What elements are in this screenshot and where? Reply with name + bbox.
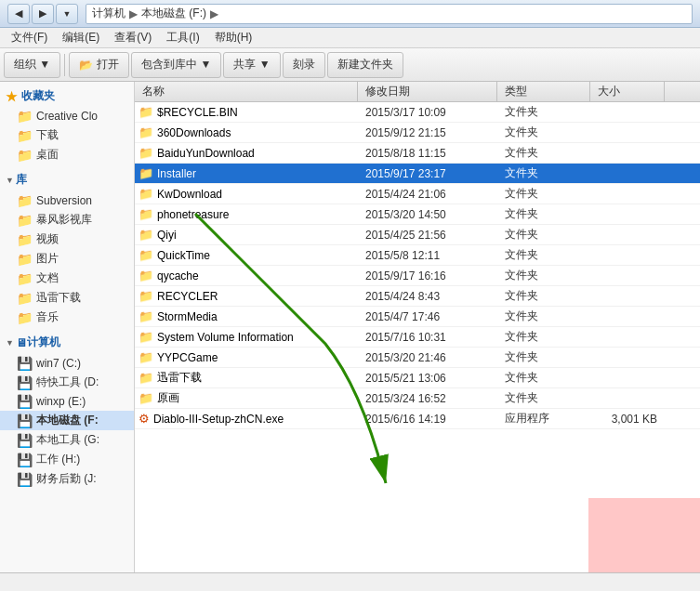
sidebar-item-winxp[interactable]: 💾 winxp (E:) — [0, 392, 134, 411]
sidebar-item-downloads[interactable]: 📁 下载 — [0, 125, 134, 145]
folder-icon: 📁 — [17, 128, 33, 143]
file-type-icon: 📁 — [139, 105, 153, 119]
col-header-type[interactable]: 类型 — [497, 82, 590, 101]
favorites-star-icon: ★ — [6, 89, 18, 104]
sidebar-item-subversion[interactable]: 📁 Subversion — [0, 191, 134, 210]
folder-icon: 📁 — [17, 193, 33, 208]
menu-file[interactable]: 文件(F) — [4, 28, 55, 47]
table-row[interactable]: 📁 System Volume Information 2015/7/16 10… — [135, 327, 700, 348]
file-name: KwDownload — [157, 188, 222, 201]
file-type-label: 文件夹 — [497, 390, 590, 406]
separator1: ▶ — [129, 7, 138, 20]
menu-tools[interactable]: 工具(I) — [159, 28, 206, 47]
file-type-label: 文件夹 — [497, 125, 590, 140]
table-row[interactable]: 📁 迅雷下载 2015/5/21 13:06 文件夹 — [135, 368, 700, 388]
drive-icon: 💾 — [17, 414, 33, 428]
table-row[interactable]: 📁 phonetreasure 2015/3/20 14:50 文件夹 — [135, 204, 700, 225]
forward-button[interactable]: ▶ — [32, 4, 54, 24]
table-row[interactable]: 📁 360Downloads 2015/9/12 21:15 文件夹 — [135, 123, 700, 143]
file-date: 2015/6/16 14:19 — [358, 413, 497, 426]
organize-label: 组织 ▼ — [14, 57, 50, 72]
file-type-icon: 📁 — [139, 330, 153, 344]
sidebar-item-finance-j[interactable]: 💾 财务后勤 (J: — [0, 469, 134, 489]
table-row[interactable]: 📁 KwDownload 2015/4/24 21:06 文件夹 — [135, 184, 700, 204]
table-row[interactable]: 📁 原画 2015/3/24 16:52 文件夹 — [135, 388, 700, 409]
sidebar-item-pictures[interactable]: 📁 图片 — [0, 249, 134, 269]
col-header-size[interactable]: 大小 — [590, 82, 665, 101]
sidebar-item-xunlei[interactable]: 📁 迅雷下载 — [0, 288, 134, 308]
file-name: 迅雷下载 — [157, 370, 202, 386]
file-name-cell: 📁 $RECYCLE.BIN — [135, 105, 358, 119]
address-path-computer: 计算机 — [92, 6, 125, 21]
table-row[interactable]: 📁 Installer 2015/9/17 23:17 文件夹 — [135, 164, 700, 184]
file-name-cell: 📁 Qiyi — [135, 228, 358, 242]
folder-icon: 📁 — [17, 232, 33, 247]
table-row[interactable]: 📁 BaiduYunDownload 2015/8/18 11:15 文件夹 — [135, 143, 700, 164]
file-type-icon: 📁 — [139, 166, 153, 180]
file-name-cell: 📁 System Volume Information — [135, 330, 358, 344]
file-name-cell: 📁 QuickTime — [135, 248, 358, 262]
address-bar[interactable]: 计算机 ▶ 本地磁盘 (F:) ▶ — [86, 4, 693, 24]
table-row[interactable]: 📁 StormMedia 2015/4/7 17:46 文件夹 — [135, 307, 700, 327]
sidebar-item-video[interactable]: 📁 视频 — [0, 230, 134, 249]
share-label: 共享 ▼ — [233, 57, 270, 72]
open-button[interactable]: 📂 打开 — [69, 52, 129, 78]
open-label: 打开 — [97, 57, 119, 72]
file-type-icon: 📁 — [139, 207, 153, 221]
table-row[interactable]: 📁 QuickTime 2015/5/8 12:11 文件夹 — [135, 245, 700, 266]
file-name-cell: 📁 360Downloads — [135, 125, 358, 139]
sidebar-item-docs[interactable]: 📁 文档 — [0, 269, 134, 288]
sidebar-item-win7[interactable]: 💾 win7 (C:) — [0, 354, 134, 373]
table-row[interactable]: 📁 Qiyi 2015/4/25 21:56 文件夹 — [135, 225, 700, 245]
file-date: 2015/3/17 10:09 — [358, 106, 497, 119]
favorites-header[interactable]: ★ 收藏夹 — [0, 85, 134, 107]
sidebar-item-desktop[interactable]: 📁 桌面 — [0, 145, 134, 164]
drive-icon: 💾 — [17, 394, 33, 409]
newfolder-button[interactable]: 新建文件夹 — [327, 52, 403, 78]
col-header-name[interactable]: 名称 — [135, 82, 358, 101]
burn-button[interactable]: 刻录 — [283, 52, 325, 78]
col-header-date[interactable]: 修改日期 — [358, 82, 497, 101]
sidebar-item-music[interactable]: 📁 音乐 — [0, 308, 134, 327]
file-date: 2015/4/24 21:06 — [358, 188, 497, 201]
menu-help[interactable]: 帮助(H) — [207, 28, 260, 47]
organize-button[interactable]: 组织 ▼ — [4, 52, 60, 78]
sidebar-item-storm[interactable]: 📁 暴风影视库 — [0, 210, 134, 230]
computer-header[interactable]: ▼ 🖥 计算机 — [0, 331, 134, 354]
table-row[interactable]: 📁 $RECYCLE.BIN 2015/3/17 10:09 文件夹 — [135, 102, 700, 123]
menu-view[interactable]: 查看(V) — [107, 28, 159, 47]
file-date: 2015/3/24 16:52 — [358, 392, 497, 405]
drive-icon: 💾 — [17, 356, 33, 371]
folder-icon: 📁 — [17, 271, 33, 286]
table-row[interactable]: 📁 YYPCGame 2015/3/20 21:46 文件夹 — [135, 348, 700, 368]
favorites-section: ★ 收藏夹 📁 Creative Clo 📁 下载 📁 桌面 — [0, 85, 134, 164]
file-name-cell: 📁 BaiduYunDownload — [135, 146, 358, 160]
up-button[interactable]: ▼ — [56, 4, 78, 24]
menu-edit[interactable]: 编辑(E) — [55, 28, 107, 47]
file-name-cell: 📁 YYPCGame — [135, 350, 358, 364]
file-name: 360Downloads — [157, 126, 231, 139]
share-button[interactable]: 共享 ▼ — [223, 52, 280, 78]
table-row[interactable]: ⚙ Diablo-III-Setup-zhCN.exe 2015/6/16 14… — [135, 409, 700, 429]
back-button[interactable]: ◀ — [7, 4, 30, 24]
sidebar-item-speedy[interactable]: 💾 特快工具 (D: — [0, 373, 134, 392]
file-type-icon: 📁 — [139, 248, 153, 262]
file-size: 3,001 KB — [590, 413, 665, 426]
file-name-cell: 📁 KwDownload — [135, 187, 358, 201]
file-date: 2015/9/17 23:17 — [358, 167, 497, 180]
file-name-cell: 📁 迅雷下载 — [135, 370, 358, 386]
sidebar-item-local-g[interactable]: 💾 本地工具 (G: — [0, 430, 134, 450]
computer-label: 计算机 — [27, 335, 60, 350]
include-button[interactable]: 包含到库中 ▼ — [131, 52, 221, 78]
file-type-label: 文件夹 — [497, 329, 590, 345]
sidebar-item-creativeclo[interactable]: 📁 Creative Clo — [0, 107, 134, 125]
table-row[interactable]: 📁 qycache 2015/9/17 16:16 文件夹 — [135, 266, 700, 286]
table-row[interactable]: 📁 RECYCLER 2015/4/24 8:43 文件夹 — [135, 286, 700, 307]
sidebar-item-work-h[interactable]: 💾 工作 (H:) — [0, 450, 134, 469]
file-type-icon: 📁 — [139, 269, 153, 282]
file-type-label: 文件夹 — [497, 370, 590, 386]
toolbar: 组织 ▼ 📂 打开 包含到库中 ▼ 共享 ▼ 刻录 新建文件夹 — [0, 48, 700, 82]
statusbar — [0, 572, 700, 591]
library-header[interactable]: ▼ 库 — [0, 168, 134, 191]
sidebar-item-local-f[interactable]: 💾 本地磁盘 (F: — [0, 411, 134, 430]
